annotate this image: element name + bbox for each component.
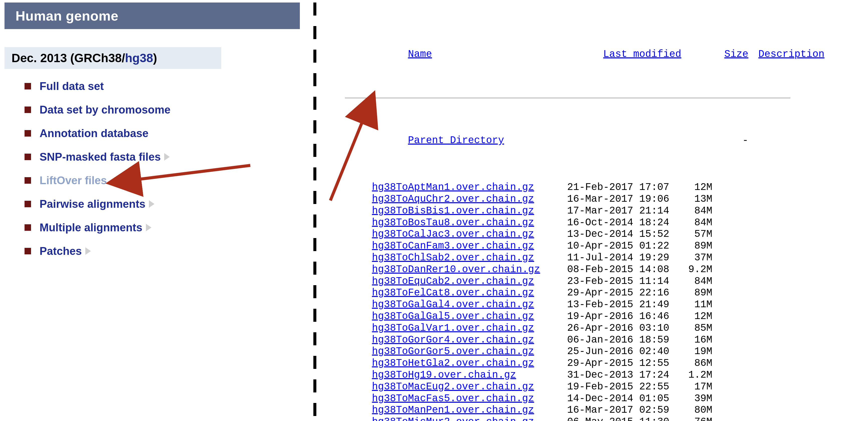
nav-item-full-data-set[interactable]: Full data set	[25, 80, 300, 92]
file-link[interactable]: hg38ToCalJac3.over.chain.gz	[372, 228, 534, 240]
nav-item-label: Multiple alignments	[39, 221, 143, 234]
file-link[interactable]: hg38ToAptMan1.over.chain.gz	[372, 182, 534, 193]
file-size: 19M	[675, 346, 712, 358]
nav-item-label: Full data set	[39, 80, 104, 92]
file-date: 06-Jan-2016 18:59	[567, 334, 675, 346]
section-header-human-genome: Human genome	[4, 2, 300, 29]
nav-item-snp-masked-fasta-files[interactable]: SNP-masked fasta files	[25, 150, 300, 163]
file-row: hg38ToDanRer10.over.chain.gz08-Feb-2015 …	[345, 264, 790, 276]
square-bullet-icon	[25, 83, 31, 89]
file-link[interactable]: hg38ToGorGor4.over.chain.gz	[372, 334, 534, 345]
listing-divider	[345, 98, 790, 98]
file-link[interactable]: hg38ToFelCat8.over.chain.gz	[372, 287, 534, 299]
file-link[interactable]: hg38ToBisBis1.over.chain.gz	[372, 205, 534, 217]
file-size: 89M	[675, 240, 712, 252]
file-row: hg38ToGorGor4.over.chain.gz06-Jan-2016 1…	[345, 334, 790, 346]
file-row: hg38ToGalVar1.over.chain.gz26-Apr-2016 0…	[345, 322, 790, 334]
sort-by-last-modified-link[interactable]: Last modified	[603, 49, 681, 60]
file-date: 19-Apr-2016 16:46	[567, 311, 675, 322]
file-link[interactable]: hg38ToHg19.over.chain.gz	[372, 369, 516, 381]
file-size: 11M	[675, 299, 712, 311]
parent-directory-row[interactable]: Parent Directory -	[345, 123, 790, 158]
file-row: hg38ToMacFas5.over.chain.gz14-Dec-2014 0…	[345, 393, 790, 405]
directory-listing: NameLast modifiedSizeDescription Parent …	[345, 13, 790, 421]
file-date: 29-Apr-2015 22:16	[567, 287, 675, 299]
nav-item-label: LiftOver files	[39, 174, 107, 187]
nav-item-patches[interactable]: Patches	[25, 245, 300, 257]
file-link[interactable]: hg38ToEquCab2.over.chain.gz	[372, 276, 534, 287]
file-date: 31-Dec-2013 17:24	[567, 369, 675, 381]
file-link[interactable]: hg38ToMicMur2.over.chain.gz	[372, 416, 534, 421]
assembly-link-hg38[interactable]: hg38	[125, 51, 153, 65]
file-date: 16-Mar-2017 19:06	[567, 193, 675, 205]
square-bullet-icon	[25, 201, 31, 207]
square-bullet-icon	[25, 107, 31, 113]
file-size: 12M	[675, 182, 712, 193]
sort-by-name-link[interactable]: Name	[408, 49, 432, 60]
file-size: 16M	[675, 334, 712, 346]
file-link[interactable]: hg38ToGalGal5.over.chain.gz	[372, 311, 534, 322]
vertical-divider	[313, 2, 316, 419]
file-row: hg38ToMacEug2.over.chain.gz19-Feb-2015 2…	[345, 381, 790, 393]
sort-by-size-link[interactable]: Size	[724, 49, 748, 60]
nav-item-data-set-by-chromosome[interactable]: Data set by chromosome	[25, 104, 300, 116]
file-size: 37M	[675, 252, 712, 264]
file-size: 86M	[675, 358, 712, 369]
file-size: 76M	[675, 416, 712, 421]
nav-item-multiple-alignments[interactable]: Multiple alignments	[25, 221, 300, 234]
file-link[interactable]: hg38ToHetGla2.over.chain.gz	[372, 358, 534, 369]
file-row: hg38ToMicMur2.over.chain.gz06-May-2015 1…	[345, 416, 790, 421]
file-row: hg38ToHetGla2.over.chain.gz29-Apr-2015 1…	[345, 358, 790, 369]
file-link[interactable]: hg38ToBosTau8.over.chain.gz	[372, 217, 534, 228]
file-link[interactable]: hg38ToChlSab2.over.chain.gz	[372, 252, 534, 263]
assembly-suffix: )	[153, 51, 157, 65]
chevron-right-icon	[85, 247, 91, 255]
file-row: hg38ToCanFam3.over.chain.gz10-Apr-2015 0…	[345, 240, 790, 252]
file-link[interactable]: hg38ToManPen1.over.chain.gz	[372, 404, 534, 416]
file-link[interactable]: hg38ToMacEug2.over.chain.gz	[372, 381, 534, 392]
nav-item-liftover-files[interactable]: LiftOver files	[25, 174, 300, 187]
nav-item-pairwise-alignments[interactable]: Pairwise alignments	[25, 198, 300, 210]
nav-item-annotation-database[interactable]: Annotation database	[25, 127, 300, 140]
file-date: 26-Apr-2016 03:10	[567, 322, 675, 334]
file-link[interactable]: hg38ToDanRer10.over.chain.gz	[372, 264, 540, 275]
file-date: 13-Dec-2014 15:52	[567, 228, 675, 240]
file-date: 21-Feb-2017 17:07	[567, 182, 675, 193]
file-date: 14-Dec-2014 01:05	[567, 393, 675, 405]
nav-item-label: Data set by chromosome	[39, 104, 170, 116]
file-row: hg38ToBosTau8.over.chain.gz16-Oct-2014 1…	[345, 217, 790, 229]
file-size: 84M	[675, 276, 712, 287]
file-date: 06-May-2015 11:30	[567, 416, 675, 421]
file-date: 16-Mar-2017 02:59	[567, 404, 675, 416]
square-bullet-icon	[25, 177, 31, 184]
file-size: 89M	[675, 287, 712, 299]
square-bullet-icon	[25, 130, 31, 137]
file-date: 23-Feb-2015 11:14	[567, 276, 675, 287]
file-row: hg38ToFelCat8.over.chain.gz29-Apr-2015 2…	[345, 287, 790, 299]
parent-directory-link[interactable]: Parent Directory	[408, 135, 504, 146]
file-date: 16-Oct-2014 18:24	[567, 217, 675, 229]
file-row: hg38ToGalGal4.over.chain.gz13-Feb-2015 2…	[345, 299, 790, 311]
file-size: 17M	[675, 381, 712, 393]
square-bullet-icon	[25, 248, 31, 254]
file-link[interactable]: hg38ToGalVar1.over.chain.gz	[372, 322, 534, 334]
file-link[interactable]: hg38ToGorGor5.over.chain.gz	[372, 346, 534, 357]
file-link[interactable]: hg38ToMacFas5.over.chain.gz	[372, 393, 534, 404]
nav-item-label: Patches	[39, 245, 82, 257]
file-link[interactable]: hg38ToGalGal4.over.chain.gz	[372, 299, 534, 310]
assembly-prefix: Dec. 2013 (GRCh38/	[11, 51, 125, 65]
sort-by-description-link[interactable]: Description	[758, 49, 825, 60]
file-link[interactable]: hg38ToAquChr2.over.chain.gz	[372, 193, 534, 205]
chevron-right-icon	[149, 200, 154, 208]
file-size: 85M	[675, 322, 712, 334]
square-bullet-icon	[25, 153, 31, 160]
listing-header-row: NameLast modifiedSizeDescription	[345, 37, 790, 72]
file-link[interactable]: hg38ToCanFam3.over.chain.gz	[372, 240, 534, 252]
parent-directory-size: -	[711, 135, 748, 147]
file-row: hg38ToAptMan1.over.chain.gz21-Feb-2017 1…	[345, 182, 790, 193]
file-size: 57M	[675, 228, 712, 240]
file-row: hg38ToManPen1.over.chain.gz16-Mar-2017 0…	[345, 404, 790, 416]
file-row: hg38ToBisBis1.over.chain.gz17-Mar-2017 2…	[345, 205, 790, 217]
file-row: hg38ToAquChr2.over.chain.gz16-Mar-2017 1…	[345, 193, 790, 205]
file-size: 9.2M	[675, 264, 712, 276]
